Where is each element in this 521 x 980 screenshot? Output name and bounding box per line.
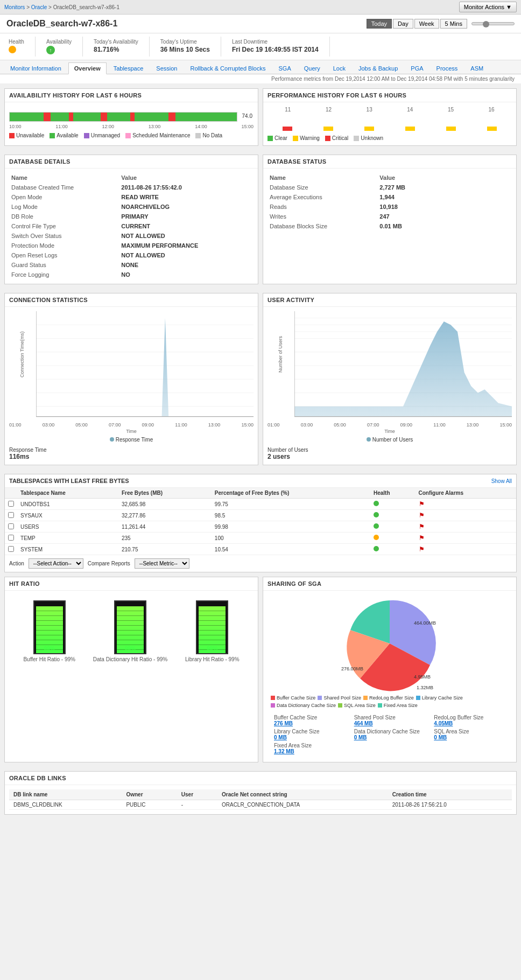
links-col-header: Oracle Net connect string [217,789,388,800]
action-select[interactable]: --Select Action-- [29,558,83,569]
panel-hit-ratio: HIT RATIO 99% Buffer Hit Ratio - 99% 99%… [4,577,258,762]
svg-text:276.00MB: 276.00MB [341,666,363,671]
tab-rollback-&-corrupted-blocks[interactable]: Rollback & Corrupted Blocks [184,62,271,74]
breadcrumb-oracle[interactable]: Oracle [31,4,47,10]
ts-col-header: Health [370,488,416,499]
availability-percent: 74.0 [242,113,252,119]
time-day-button[interactable]: Day [393,19,413,29]
ts-table-row: SYSAUX 32,277.86 98.5 ⚑ [5,510,516,521]
ts-alarms[interactable]: ⚑ [416,544,517,555]
user-x-label: 07:00 [367,422,379,428]
sga-values: Buffer Cache Size276 MBShared Pool Size4… [267,711,512,758]
avail-time-label: 15:00 [241,124,254,129]
ts-health [370,544,416,555]
connection-x-axis-label: Time [9,429,254,434]
sga-val-label: Data Dictionary Cache Size [354,729,426,734]
avail-time-label: 14:00 [195,124,207,129]
ts-health [370,521,416,533]
time-5mins-button[interactable]: 5 Mins [440,19,467,29]
ts-checkbox-cell[interactable] [5,533,17,544]
tab-monitor-information[interactable]: Monitor Information [4,62,67,74]
tab-lock[interactable]: Lock [327,62,351,74]
ts-checkbox-cell[interactable] [5,510,17,521]
ts-checkbox[interactable] [8,523,14,529]
perf-time-label: 14 [407,107,413,113]
tab-tablespace[interactable]: Tablespace [108,62,150,74]
ts-checkbox[interactable] [8,535,14,541]
panel-connection-stats: CONNECTION STATISTICS Connection Time(ms… [4,293,258,465]
availability-history-body: 74.0 10:0011:0012:0013:0014:0015:00 Unav… [5,102,258,143]
db-status-row: Writes247 [267,212,512,221]
panel-sga: SHARING OF SGA 464.00MB [263,577,517,762]
perf-legend-item: Warning [293,135,320,141]
compare-select[interactable]: --Select Metric-- [135,558,189,569]
alarm-icon[interactable]: ⚑ [419,512,425,519]
avail-legend-item: Scheduled Maintenance [125,132,190,138]
db-details-col-value: Value [119,173,254,183]
sga-value-item: Buffer Cache Size276 MB [274,715,346,726]
alarm-icon[interactable]: ⚑ [419,545,425,553]
time-week-button[interactable]: Week [414,19,439,29]
tab-pga[interactable]: PGA [405,62,429,74]
tab-sga[interactable]: SGA [273,62,297,74]
ts-health [370,533,416,544]
perf-legend-item: Clear [267,135,287,141]
last-downtime-label: Last Downtime [232,39,319,45]
ts-free: 210.75 [118,544,212,555]
conn-x-label: 13:00 [208,422,221,428]
perf-bar [446,127,456,131]
alarm-icon[interactable]: ⚑ [419,500,425,508]
oracle-links-title: Oracle DB Links [5,772,516,785]
perf-time-labels: 111213141516 [267,107,512,113]
ts-checkbox[interactable] [8,512,14,518]
monitor-actions-button[interactable]: Monitor Actions ▼ [459,2,517,12]
tab-query[interactable]: Query [298,62,326,74]
conn-x-label: 09:00 [142,422,154,428]
tab-session[interactable]: Session [150,62,183,74]
tablespace-footer: Action --Select Action-- Compare Reports… [5,555,516,572]
avail-time-label: 11:00 [55,124,68,129]
ts-name: USERS [17,521,118,533]
time-today-button[interactable]: Today [367,19,392,29]
tab-asm[interactable]: ASM [464,62,489,74]
perf-time-label: 11 [285,107,291,113]
svg-marker-7 [36,318,254,417]
db-details-title: DATABASE DETAILS [5,155,258,169]
sga-val-label: RedoLog Buffer Size [434,715,505,720]
slider-thumb[interactable] [483,21,489,27]
alarm-icon[interactable]: ⚑ [419,534,425,542]
tab-process[interactable]: Process [431,62,464,74]
sga-val-value: 0 MB [434,734,505,740]
ts-name: TEMP [17,533,118,544]
tab-jobs-&-backup[interactable]: Jobs & Backup [353,62,404,74]
db-details-row: Protection ModeMAXIMUM PERFORMANCE [9,241,254,250]
ts-checkbox-cell[interactable] [5,521,17,533]
db-detail-name: Log Mode [9,202,119,212]
ts-checkbox[interactable] [8,501,14,507]
breadcrumb-monitors[interactable]: Monitors [4,4,25,10]
ts-checkbox-cell[interactable] [5,544,17,555]
avail-time-label: 13:00 [149,124,161,129]
conn-x-label: 07:00 [109,422,121,428]
performance-history-body: 111213141516 ClearWarningCriticalUnknown [263,102,516,145]
ts-alarms[interactable]: ⚑ [416,521,517,533]
links-col-header: DB link name [9,789,122,800]
sga-title: SHARING OF SGA [263,577,516,591]
connection-chart-container: Connection Time(ms) [9,311,254,421]
sga-val-value: 1.32 MB [274,748,346,754]
ts-free: 32,277.86 [118,510,212,521]
ts-checkbox[interactable] [8,546,14,552]
db-detail-value: NO [119,270,254,279]
ts-col-header: Free Bytes (MB) [118,488,212,499]
sga-legend-item: Data Dictionary Cache Size [271,703,336,708]
ts-checkbox-cell[interactable] [5,499,17,510]
db-detail-value: MAXIMUM PERFORMANCE [119,241,254,250]
ts-alarms[interactable]: ⚑ [416,499,517,510]
ts-alarms[interactable]: ⚑ [416,533,517,544]
tab-overview[interactable]: Overview [68,62,107,74]
conn-x-label: 03:00 [43,422,55,428]
db-detail-name: Database Created Time [9,183,119,192]
show-all-link[interactable]: Show All [491,478,512,484]
ts-alarms[interactable]: ⚑ [416,510,517,521]
alarm-icon[interactable]: ⚑ [419,523,425,530]
